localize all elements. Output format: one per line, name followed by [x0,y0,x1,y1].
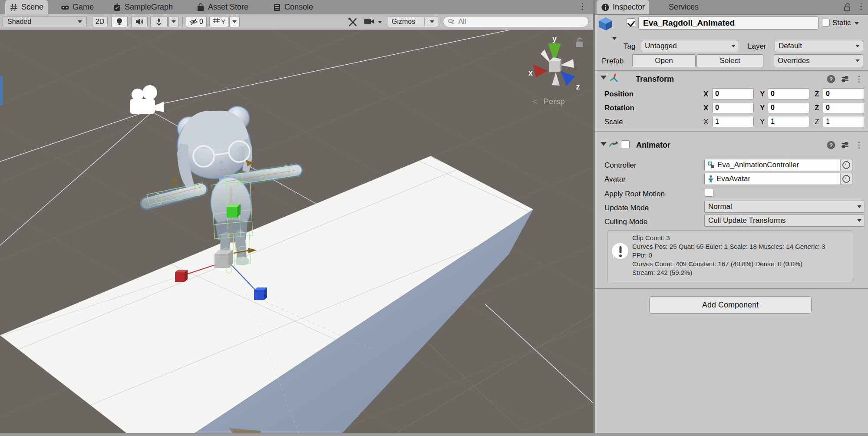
position-z-field[interactable] [823,88,864,99]
culling-mode-dropdown[interactable]: Cull Update Transforms [704,215,865,227]
grid-dropdown[interactable] [229,16,240,27]
transform-title: Transform [636,75,674,84]
tag-dropdown[interactable]: Untagged [641,40,739,52]
axis-y-label: Y [760,90,765,99]
prefab-select-button[interactable]: Select [696,54,763,67]
lighting-toggle-button[interactable] [111,16,128,27]
2d-toggle-button[interactable]: 2D [92,16,108,27]
gamepad-icon [61,3,69,12]
apply-root-motion-checkbox[interactable] [705,188,713,197]
scene-grid-icon [10,3,18,12]
help-icon[interactable]: ? [826,140,836,150]
axis-x-label: X [703,104,708,112]
axis-y-label: Y [760,118,765,126]
apply-root-motion-label: Apply Root Motion [604,190,665,198]
axis-z-label: Z [815,104,819,112]
layer-value: Default [779,42,802,50]
shading-mode-dropdown[interactable]: Shaded [3,16,87,27]
transform-menu-icon[interactable]: ⋮ [855,75,863,83]
tab-scene[interactable]: Scene [5,0,48,14]
gameobject-name-field[interactable] [638,17,818,30]
tab-inspector[interactable]: Inspector [597,0,649,14]
scale-x-field[interactable] [712,116,754,127]
avatar-object-picker[interactable] [840,173,852,185]
effects-toggle-button[interactable] [150,16,168,27]
chevron-down-icon [430,20,434,23]
controller-object-field[interactable]: Eva_AnimationController [704,159,852,171]
update-mode-dropdown[interactable]: Normal [704,201,865,213]
controller-object-picker[interactable] [840,159,852,171]
scene-panel-menu-icon[interactable]: ⋮ [578,2,587,10]
animator-menu-icon[interactable]: ⋮ [855,141,863,149]
transform-foldout[interactable] [601,76,607,79]
presets-icon[interactable] [840,74,850,84]
layer-label: Layer [748,42,766,51]
avatar-value: EvaAvatar [716,175,750,183]
scene-camera-button[interactable] [364,17,375,28]
shading-mode-label: Shaded [7,18,31,26]
animator-info-box: Clip Count: 3 Curves Pos: 25 Quat: 65 Eu… [607,230,852,282]
rotation-z-field[interactable] [823,102,864,113]
rotation-y-field[interactable] [768,102,809,113]
animator-enabled-checkbox[interactable] [621,140,630,149]
x-axis-handle[interactable] [175,270,188,282]
static-dropdown-icon[interactable] [855,22,859,25]
lock-icon[interactable] [843,3,851,12]
tab-game[interactable]: Game [56,0,98,14]
prefab-overrides-dropdown[interactable]: Overrides [774,54,863,67]
grid-visibility-button[interactable]: Y [209,16,228,27]
gameobject-cube-icon[interactable] [598,17,613,31]
transform-icon [609,73,619,83]
scale-z-field[interactable] [823,116,864,127]
prefab-open-button[interactable]: Open [632,54,696,67]
position-x-field[interactable] [712,88,754,99]
animator-icon [609,140,618,149]
search-icon [448,18,455,26]
projection-label[interactable]: Persp [543,97,565,106]
prefab-label: Prefab [602,57,624,66]
green-cube-marker [227,204,241,218]
axis-x-label: x [528,69,533,77]
search-input[interactable] [457,17,584,26]
tab-asset-store[interactable]: Asset Store [192,0,253,14]
layer-dropdown[interactable]: Default [775,40,863,52]
info-bubble-icon [611,242,630,263]
chevron-down-icon[interactable] [378,21,382,23]
static-checkbox[interactable] [822,19,830,26]
gameobject-icon-dropdown[interactable] [612,37,617,40]
animator-foldout[interactable] [601,142,607,146]
prefab-open-label: Open [655,56,673,65]
audio-toggle-button[interactable] [131,16,148,27]
prefab-overrides-label: Overrides [778,56,810,65]
tools-icon [347,17,359,28]
window-bottom-edge [0,433,868,436]
gizmos-dropdown[interactable]: Gizmos [388,16,438,27]
pivot-cube [215,250,233,268]
update-mode-label: Update Mode [604,204,649,212]
help-icon[interactable]: ? [826,74,836,84]
scene-viewport[interactable]: y x z < Persp [0,0,593,436]
effects-dropdown[interactable] [168,16,179,27]
gameobject-active-checkbox[interactable] [627,18,635,27]
avatar-object-field[interactable]: EvaAvatar [704,173,852,185]
position-y-field[interactable] [768,88,809,99]
inspector-menu-icon[interactable]: ⋮ [857,2,865,10]
rotation-x-field[interactable] [712,102,754,113]
prefab-select-label: Select [719,56,740,65]
hidden-objects-toggle[interactable]: 0 [186,16,207,27]
tab-samplegraph[interactable]: SampleGraph [109,0,177,14]
tag-value: Untagged [645,42,677,50]
video-camera-icon [364,17,375,26]
controller-value: Eva_AnimationController [717,161,799,169]
z-axis-handle[interactable] [254,287,267,300]
scene-search-field[interactable] [443,16,589,27]
presets-icon[interactable] [840,140,850,150]
scene-toolbar: Shaded 2D 0 Y Gizmos [0,14,593,30]
tab-console[interactable]: Console [268,0,317,14]
add-component-button[interactable]: Add Component [649,296,812,314]
scale-y-field[interactable] [768,116,809,127]
tab-services[interactable]: Services [664,0,703,14]
lightbulb-icon [116,17,123,26]
custom-tools-button[interactable] [347,17,359,30]
inspector-tabbar: Inspector Services ⋮ [595,0,868,15]
